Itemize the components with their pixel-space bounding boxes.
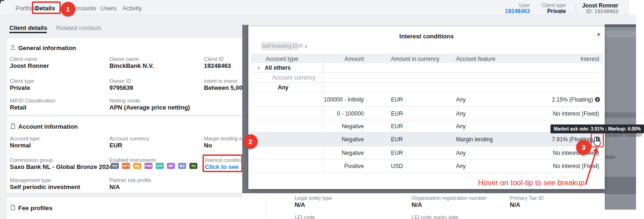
annotation-arrow	[575, 140, 603, 190]
field-value: 19248463	[204, 62, 231, 69]
dim-strip-bottom	[242, 189, 605, 193]
cell-interest: 2.15% (Floating)	[552, 96, 593, 103]
bg-field-label: LEI code	[295, 214, 315, 219]
field-value: No	[204, 142, 212, 149]
nav-users[interactable]: Users	[101, 5, 116, 12]
field-label: Account currency	[109, 136, 149, 141]
table-row-any: Any	[251, 83, 603, 92]
general-information-title: General information	[18, 44, 76, 51]
bg-field-label: Organisation registration number	[412, 195, 486, 201]
info-icon[interactable]: i	[595, 97, 600, 102]
badge-tu: TU	[189, 163, 197, 169]
badge-etf: ETF	[156, 163, 164, 169]
field-value: APN (Average price netting)	[109, 104, 190, 111]
field-label: Account type	[10, 136, 40, 141]
bg-field-label: Legal entity type	[295, 195, 332, 201]
dim-strip-left	[242, 25, 248, 189]
back-arrow-icon[interactable]	[0, 0, 4, 3]
field-label: Client type	[10, 78, 34, 84]
cell-feature: Any	[456, 163, 466, 169]
annotation-hint-text: Hover on tool-tip to see breakup	[478, 179, 585, 187]
cell-currency: EUR	[391, 150, 403, 156]
cell-currency: USD	[391, 163, 403, 169]
field-label: Intent to invest	[204, 78, 238, 84]
sub-row-any: Any	[278, 84, 289, 91]
modal-title: Interest conditions	[248, 33, 605, 40]
bg-field-value: N/A	[295, 201, 305, 208]
client-type-value: Private	[547, 8, 566, 15]
fee-profiles-title: Fee profiles	[18, 204, 52, 212]
field-label: Netting mode	[109, 98, 140, 103]
field-label: Owner name	[109, 56, 139, 62]
table-row-highlighted: Negative EUR Margin lending 7.91% (Float…	[251, 132, 603, 146]
account-filter-dropdown[interactable]: Self Investing EUR ∨	[261, 42, 298, 50]
field-value: 9795639	[109, 84, 133, 91]
badge-eq: EQ	[133, 163, 141, 169]
annotation-circle-2: 2	[243, 134, 258, 149]
bg-field-value: N/A	[510, 201, 520, 208]
cell-currency: EUR	[391, 136, 403, 143]
field-label: Owner ID	[109, 78, 131, 84]
field-value: Normal	[10, 142, 31, 149]
col-amount-currency: Amount in currency	[391, 56, 439, 62]
cell-feature: Any	[456, 110, 466, 117]
field-value: Saxo Bank NL - Global Bronze 2024	[10, 163, 112, 170]
field-value: Joost Ronner	[10, 62, 49, 69]
cell-interest: No interest (Fixed)	[553, 110, 599, 117]
col-amount: Amount	[345, 56, 364, 62]
cell-amount: Negative	[342, 150, 364, 156]
table-row: Positive USD Any No interest (Fixed)	[251, 160, 603, 173]
group-row-label: All others	[265, 65, 290, 71]
cell-amount: Positive	[344, 163, 364, 169]
account-information-title: Account information	[18, 123, 78, 130]
annotation-box-interest	[203, 154, 243, 172]
field-value: EUR	[109, 142, 122, 149]
table-row-subheader: Account currency	[251, 73, 603, 83]
fee-profiles-card: Fee profiles	[7, 197, 243, 219]
tab-related-contacts[interactable]: Related contacts	[56, 24, 101, 31]
bg-field-label: LEI code expiry date	[412, 214, 458, 219]
user-label: User	[519, 2, 530, 8]
chevron-down-icon[interactable]: ∨	[257, 66, 260, 70]
user-id-link[interactable]: 19248463	[505, 8, 530, 15]
table-row: 100000 - Infinity EUR Any 2.15% (Floatin…	[251, 92, 603, 107]
interest-tooltip: Market ask rate: 3.91% ; Markup: 4.00%	[550, 124, 644, 133]
tab-client-details[interactable]: Client details	[9, 24, 47, 31]
filter-label: Self Investing EUR	[262, 43, 303, 49]
cell-amount: Negative	[342, 123, 364, 130]
cell-currency: EUR	[391, 110, 403, 117]
background-page-fragment: Legal entity type N/A Organisation regis…	[242, 193, 636, 219]
field-value: Retail	[10, 104, 26, 111]
person-icon	[10, 44, 16, 51]
interest-conditions-modal: Interest conditions ✕ Self Investing EUR…	[248, 27, 605, 189]
field-label: MiFID Classification	[10, 98, 55, 103]
field-value: Private	[10, 84, 30, 91]
cell-currency: EUR	[391, 123, 403, 130]
dim-text-date: date	[605, 154, 615, 160]
field-label: Client ID	[204, 56, 224, 62]
table-row-group[interactable]: ∨ All others	[251, 63, 603, 73]
table-row: Negative EUR Any No interest (Fixed)	[251, 146, 603, 160]
col-account-feature: Account feature	[456, 56, 495, 62]
tab-underline	[9, 32, 47, 33]
badge-opt: OPT	[122, 163, 130, 169]
nav-activity[interactable]: Activity	[123, 5, 142, 12]
cell-feature: Any	[456, 96, 466, 103]
badge-bo: BO	[178, 163, 186, 169]
chevron-down-icon: ∨	[304, 44, 308, 49]
badge-fu: FU	[111, 163, 119, 169]
interest-table: Account type Amount Amount in currency A…	[251, 54, 603, 173]
badge-fnd: FND	[145, 163, 152, 169]
field-label: Commission group	[10, 157, 53, 163]
table-header-row: Account type Amount Amount in currency A…	[251, 54, 603, 63]
table-row: 0 - 100000 EUR Any No interest (Fixed)	[251, 107, 603, 120]
sub-row-currency: Account currency	[272, 74, 316, 81]
enabled-instruments-label: Enabled instruments	[109, 157, 156, 163]
close-icon[interactable]: ✕	[596, 31, 601, 38]
cell-amount: 0 - 100000	[337, 110, 364, 117]
top-header: Portfolio Details Accounts Users Activit…	[0, 0, 629, 15]
document-icon	[10, 204, 16, 211]
client-type-label: Client type	[542, 2, 566, 8]
field-value: Self periodic investment	[10, 183, 80, 190]
client-name: Joost Ronner	[582, 2, 618, 9]
